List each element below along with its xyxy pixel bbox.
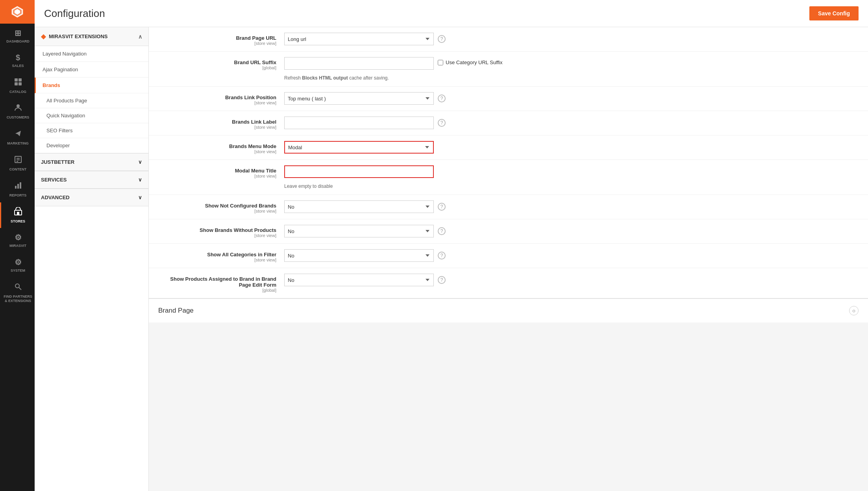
sidebar-item-label: CUSTOMERS (7, 115, 29, 120)
brands-link-position-label: Brands Link Position [store view] (158, 92, 284, 105)
sidebar-item-label: MIRASVIT (9, 244, 26, 248)
chevron-down-icon: ∨ (138, 177, 142, 183)
mirasvit-section-label: MIRASVIT EXTENSIONS (49, 33, 108, 39)
find-partners-icon (14, 282, 22, 293)
brand-url-suffix-input[interactable] (284, 57, 434, 70)
main-content: Configuration Save Config ◆ MIRASVIT EXT… (35, 0, 868, 491)
brand-url-suffix-label: Brand URL Suffix [global] (158, 57, 284, 70)
brands-menu-mode-select[interactable]: Modal Dropdown None (284, 141, 434, 154)
nav-item-brands[interactable]: Brands (35, 78, 148, 93)
brands-link-label-control: ? (284, 117, 859, 129)
svg-rect-10 (17, 184, 19, 189)
sidebar-item-marketing[interactable]: MARKETING (0, 124, 35, 150)
show-all-categories-in-filter-help-icon[interactable]: ? (438, 252, 446, 259)
sidebar-item-mirasvit[interactable]: ⚙ MIRASVIT (0, 228, 35, 253)
brands-link-label-input[interactable] (284, 117, 434, 129)
show-all-categories-in-filter-label: Show All Categories in Filter [store vie… (158, 249, 284, 262)
sidebar-item-find-partners[interactable]: FIND PARTNERS & EXTENSIONS (0, 278, 35, 308)
chevron-up-icon: ∧ (138, 33, 142, 40)
sidebar-item-label: SALES (12, 64, 24, 68)
nav-item-all-products-page[interactable]: All Products Page (35, 93, 148, 108)
config-row-show-not-configured-brands: Show Not Configured Brands [store view] … (149, 195, 868, 219)
show-brands-without-products-label: Show Brands Without Products [store view… (158, 225, 284, 238)
brand-url-suffix-hint: Refresh Blocks HTML output cache after s… (284, 75, 859, 81)
svg-rect-0 (15, 78, 18, 82)
nav-item-developer[interactable]: Developer (35, 138, 148, 153)
show-products-assigned-select[interactable]: No Yes (284, 274, 434, 286)
mirasvit-logo: ◆ MIRASVIT EXTENSIONS (41, 33, 108, 40)
catalog-icon (14, 78, 22, 88)
svg-line-15 (19, 287, 21, 290)
brand-page-url-help-icon[interactable]: ? (438, 35, 446, 43)
show-products-assigned-label: Show Products Assigned to Brand in Brand… (158, 274, 284, 293)
sidebar-logo[interactable] (0, 0, 35, 24)
modal-menu-title-hint: Leave empty to disable (284, 183, 859, 189)
config-row-brands-menu-mode: Brands Menu Mode [store view] Modal Drop… (149, 135, 868, 160)
sidebar-item-system[interactable]: ⚙ SYSTEM (0, 253, 35, 278)
show-all-categories-in-filter-select[interactable]: No Yes (284, 249, 434, 262)
left-nav-panel: ◆ MIRASVIT EXTENSIONS ∧ Layered Navigati… (35, 27, 149, 491)
sidebar-item-catalog[interactable]: CATALOG (0, 73, 35, 99)
mirasvit-extensions-section[interactable]: ◆ MIRASVIT EXTENSIONS ∧ (35, 27, 148, 46)
brands-link-label-help-icon[interactable]: ? (438, 119, 446, 127)
brand-page-section-label: Brand Page (158, 307, 194, 315)
show-not-configured-brands-select[interactable]: No Yes (284, 200, 434, 213)
services-section[interactable]: SERVICES ∨ (35, 171, 148, 189)
mirasvit-icon: ⚙ (15, 233, 22, 242)
config-row-show-all-categories-in-filter: Show All Categories in Filter [store vie… (149, 244, 868, 268)
brands-menu-mode-label: Brands Menu Mode [store view] (158, 141, 284, 154)
nav-item-layered-navigation[interactable]: Layered Navigation (35, 46, 148, 62)
brand-page-url-label: Brand Page URL [store view] (158, 33, 284, 46)
use-category-url-suffix-checkbox[interactable] (438, 60, 443, 65)
brands-link-position-control: Top menu ( last ) Top menu ( first ) Foo… (284, 92, 859, 105)
sidebar-item-label: REPORTS (9, 193, 27, 198)
sidebar-item-label: MARKETING (7, 141, 29, 146)
section-collapse-icon[interactable]: ○ (849, 306, 859, 315)
brands-menu-mode-control: Modal Dropdown None (284, 141, 859, 154)
brand-page-url-select[interactable]: Long url Short url (284, 33, 434, 45)
show-brands-without-products-select[interactable]: No Yes (284, 225, 434, 237)
sidebar-item-label: CATALOG (9, 90, 26, 94)
sidebar-item-label: DASHBOARD (6, 39, 30, 44)
top-header: Configuration Save Config (35, 0, 868, 27)
use-category-url-suffix-label: Use Category URL Suffix (446, 59, 503, 65)
show-products-assigned-help-icon[interactable]: ? (438, 276, 446, 284)
sidebar-item-label: CONTENT (9, 167, 27, 172)
sidebar-item-stores[interactable]: STORES (0, 202, 35, 228)
sidebar-item-dashboard[interactable]: ⊞ DASHBOARD (0, 24, 35, 48)
svg-point-4 (17, 104, 20, 107)
show-not-configured-brands-help-icon[interactable]: ? (438, 203, 446, 211)
chevron-down-icon: ∨ (138, 195, 142, 200)
nav-item-ajax-pagination[interactable]: Ajax Pagination (35, 62, 148, 78)
marketing-icon (14, 129, 22, 140)
brands-link-position-select[interactable]: Top menu ( last ) Top menu ( first ) Foo… (284, 92, 434, 105)
sidebar-item-customers[interactable]: CUSTOMERS (0, 98, 35, 124)
content-area: ◆ MIRASVIT EXTENSIONS ∧ Layered Navigati… (35, 27, 868, 491)
save-config-button[interactable]: Save Config (809, 6, 859, 20)
brand-page-url-control: Long url Short url ? (284, 33, 859, 45)
brand-page-section-header[interactable]: Brand Page ○ (149, 298, 868, 322)
svg-rect-11 (20, 182, 21, 189)
modal-menu-title-input[interactable] (284, 165, 434, 178)
nav-item-quick-navigation[interactable]: Quick Navigation (35, 108, 148, 123)
show-products-assigned-control: No Yes ? (284, 274, 859, 286)
show-not-configured-brands-label: Show Not Configured Brands [store view] (158, 200, 284, 213)
system-icon: ⚙ (15, 258, 22, 267)
sidebar-item-label: SYSTEM (11, 269, 25, 273)
advanced-section[interactable]: ADVANCED ∨ (35, 189, 148, 206)
config-row-brands-link-position: Brands Link Position [store view] Top me… (149, 87, 868, 111)
brands-link-position-help-icon[interactable]: ? (438, 94, 446, 102)
config-row-brands-link-label: Brands Link Label [store view] ? (149, 111, 868, 135)
use-category-url-suffix-wrap: Use Category URL Suffix (438, 59, 503, 65)
sidebar-item-reports[interactable]: REPORTS (0, 176, 35, 202)
show-all-categories-in-filter-control: No Yes ? (284, 249, 859, 262)
sidebar-item-sales[interactable]: $ SALES (0, 48, 35, 73)
show-brands-without-products-help-icon[interactable]: ? (438, 227, 446, 235)
modal-menu-title-control: Leave empty to disable (284, 165, 859, 189)
brands-link-label-label: Brands Link Label [store view] (158, 117, 284, 130)
sidebar-item-content[interactable]: CONTENT (0, 150, 35, 176)
nav-item-seo-filters[interactable]: SEO Filters (35, 123, 148, 138)
config-row-brand-page-url: Brand Page URL [store view] Long url Sho… (149, 27, 868, 52)
page-title: Configuration (44, 7, 105, 20)
justbetter-section[interactable]: JUSTBETTER ∨ (35, 153, 148, 171)
